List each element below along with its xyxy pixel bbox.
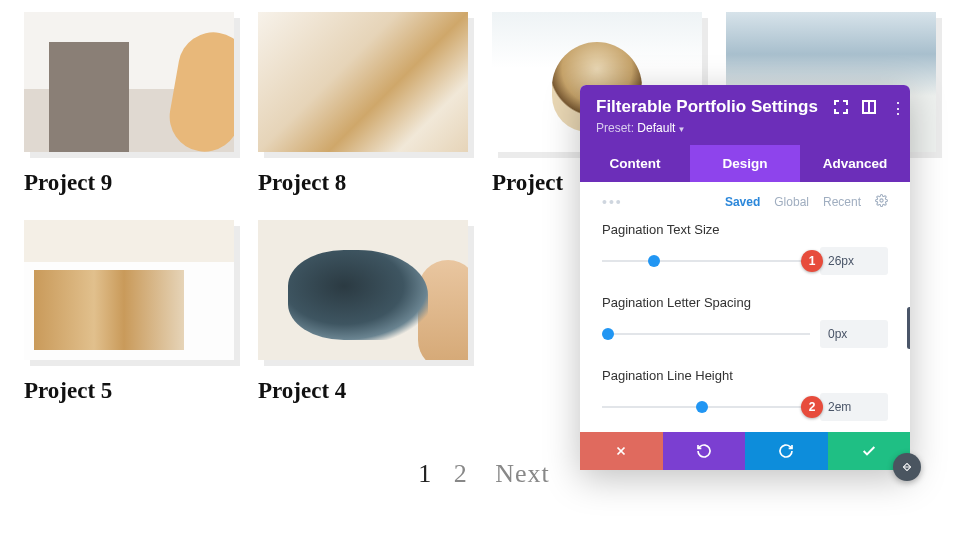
option-label: Pagination Letter Spacing [602,295,888,310]
more-icon[interactable] [890,100,894,114]
portfolio-thumb[interactable] [24,220,234,360]
redo-icon [778,443,794,459]
settings-panel: Filterable Portfolio Settings Preset: De… [580,85,910,470]
preset-label: Preset: [596,121,634,135]
gear-icon[interactable] [875,194,888,210]
overflow-icon[interactable]: ••• [602,194,623,210]
undo-icon [696,443,712,459]
text-size-input[interactable]: 1 26px [820,247,888,275]
panel-title: Filterable Portfolio Settings [596,97,818,117]
callout-badge-2: 2 [801,396,823,418]
preset-value: Default [637,121,675,135]
filter-global[interactable]: Global [774,195,809,209]
callout-badge-1: 1 [801,250,823,272]
action-bar [580,432,910,470]
portfolio-item[interactable]: Project 5 [24,220,234,404]
portfolio-title: Project 9 [24,170,234,196]
resize-icon [899,459,916,476]
portfolio-title: Project 5 [24,378,234,404]
portfolio-item[interactable]: Project 4 [258,220,468,404]
option-label: Pagination Line Height [602,368,888,383]
tab-design[interactable]: Design [690,145,800,182]
option-line-height: Pagination Line Height 2 2em [602,368,888,421]
page-next[interactable]: Next [495,459,550,488]
tab-advanced[interactable]: Advanced [800,145,910,182]
line-height-slider[interactable] [602,400,810,414]
letter-spacing-slider[interactable] [602,327,810,341]
expand-icon[interactable] [834,100,848,114]
chevron-down-icon: ▼ [677,125,685,134]
filter-recent[interactable]: Recent [823,195,861,209]
option-text-size: Pagination Text Size 1 26px [602,222,888,275]
redo-button[interactable] [745,432,828,470]
line-height-input[interactable]: 2 2em [820,393,888,421]
preset-row[interactable]: Preset: Default▼ [596,121,894,135]
portfolio-title: Project 4 [258,378,468,404]
check-icon [861,443,877,459]
portfolio-thumb[interactable] [258,12,468,152]
svg-point-0 [880,199,883,202]
filter-saved[interactable]: Saved [725,195,760,209]
scrollbar-thumb[interactable] [907,307,910,349]
portfolio-thumb[interactable] [258,220,468,360]
panel-tabs: Content Design Advanced [580,145,910,182]
snap-icon[interactable] [862,100,876,114]
cancel-button[interactable] [580,432,663,470]
panel-body: ••• Saved Global Recent Pagination Text … [580,182,910,432]
svg-line-3 [903,463,910,470]
close-icon [614,444,628,458]
panel-header: Filterable Portfolio Settings Preset: De… [580,85,910,145]
portfolio-thumb[interactable] [24,12,234,152]
portfolio-item[interactable]: Project 9 [24,12,234,196]
letter-spacing-input[interactable]: 0px [820,320,888,348]
portfolio-item[interactable]: Project 8 [258,12,468,196]
page-2[interactable]: 2 [454,459,467,488]
portfolio-title: Project 8 [258,170,468,196]
option-letter-spacing: Pagination Letter Spacing 0px [602,295,888,348]
undo-button[interactable] [663,432,746,470]
page-1[interactable]: 1 [418,459,431,488]
resize-handle[interactable] [893,453,921,481]
tab-content[interactable]: Content [580,145,690,182]
option-label: Pagination Text Size [602,222,888,237]
body-toolbar: ••• Saved Global Recent [602,194,888,210]
text-size-slider[interactable] [602,254,810,268]
